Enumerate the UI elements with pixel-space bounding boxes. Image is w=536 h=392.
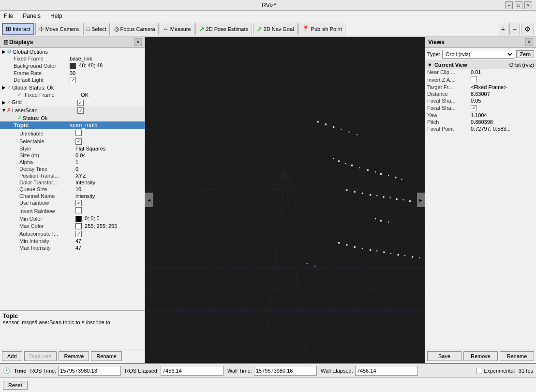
topic-value[interactable]: scan_multi bbox=[70, 122, 145, 129]
grid-enable-checkbox[interactable] bbox=[77, 100, 84, 106]
yaw-value[interactable]: 1.1004 bbox=[471, 112, 534, 118]
pose-label: 2D Pose Estimate bbox=[206, 26, 249, 32]
selectable-value[interactable] bbox=[75, 138, 145, 145]
svg-rect-51 bbox=[383, 196, 384, 197]
zero-btn[interactable]: Zero bbox=[516, 50, 534, 58]
frame-rate-row: Frame Rate 30 bbox=[0, 70, 145, 76]
grid-label: Grid bbox=[12, 99, 77, 105]
fixed-frame-value[interactable]: base_link bbox=[70, 56, 145, 61]
focal-point-value[interactable]: 0.72797; 0.583... bbox=[471, 126, 534, 132]
decay-value[interactable]: 0 bbox=[75, 166, 145, 172]
remove-display-btn[interactable]: − bbox=[509, 23, 520, 35]
publish-point-btn[interactable]: 📍 Publish Point bbox=[298, 23, 345, 35]
interact-btn[interactable]: ⊞ Interact bbox=[2, 23, 34, 35]
svg-rect-37 bbox=[345, 163, 346, 164]
target-frame-value[interactable]: <Fixed Frame> bbox=[471, 84, 534, 90]
position-value[interactable]: XYZ bbox=[75, 173, 145, 179]
wall-elapsed-input[interactable] bbox=[355, 366, 418, 376]
type-select[interactable]: Orbit (rviz) bbox=[442, 50, 514, 59]
menu-file[interactable]: File bbox=[2, 12, 15, 20]
laserscan-checkbox[interactable] bbox=[77, 107, 145, 114]
selectable-checkbox[interactable] bbox=[75, 138, 82, 145]
max-color-value[interactable]: 255; 255; 255 bbox=[75, 223, 145, 230]
svg-rect-77 bbox=[307, 263, 308, 264]
measure-label: Measure bbox=[170, 26, 191, 32]
invert-rainbow-checkbox[interactable] bbox=[75, 207, 82, 213]
focal-sha1-value[interactable]: 0.05 bbox=[471, 98, 534, 104]
alpha-value[interactable]: 1 bbox=[75, 159, 145, 165]
min-color-value[interactable]: 0; 0; 0 bbox=[75, 215, 145, 222]
min-intensity-value[interactable]: 47 bbox=[75, 238, 145, 244]
rename-btn[interactable]: Rename bbox=[91, 351, 122, 361]
focus-label: Focus Camera bbox=[120, 26, 155, 32]
default-light-value[interactable] bbox=[70, 77, 145, 84]
max-intensity-value[interactable]: 47 bbox=[75, 245, 145, 251]
use-rainbow-value[interactable] bbox=[75, 200, 145, 207]
focal-sha2-checkbox[interactable] bbox=[471, 105, 477, 111]
add-btn[interactable]: Add bbox=[2, 351, 22, 361]
focal-sha2-value[interactable] bbox=[471, 105, 534, 111]
focus-camera-btn[interactable]: ◎ Focus Camera bbox=[111, 23, 159, 35]
duplicate-btn[interactable]: Duplicate bbox=[24, 351, 57, 361]
rename-view-btn[interactable]: Rename bbox=[500, 351, 534, 361]
menu-help[interactable]: Help bbox=[48, 12, 64, 20]
max-intensity-row: Max Intensity 47 bbox=[0, 244, 145, 251]
pitch-value[interactable]: 0.880398 bbox=[471, 119, 534, 125]
global-options-row[interactable]: ▶ ⚙ Global Options bbox=[0, 48, 145, 55]
invert-z-value[interactable] bbox=[471, 76, 534, 83]
grid-row[interactable]: ▶ ✓ Grid bbox=[0, 98, 145, 106]
color-transform-value[interactable]: Intensity bbox=[75, 180, 145, 185]
close-btn[interactable]: × bbox=[524, 1, 532, 9]
size-value[interactable]: 0.04 bbox=[75, 152, 145, 158]
style-value[interactable]: Flat Squares bbox=[75, 146, 145, 151]
reset-btn[interactable]: Reset bbox=[3, 381, 28, 390]
menu-panels[interactable]: Panels bbox=[21, 12, 43, 20]
remove-btn[interactable]: Remove bbox=[59, 351, 89, 361]
maximize-btn[interactable]: □ bbox=[515, 1, 522, 9]
ros-elapsed-input[interactable] bbox=[161, 366, 223, 376]
add-display-btn[interactable]: + bbox=[498, 23, 508, 35]
frame-rate-value[interactable]: 30 bbox=[70, 70, 145, 76]
autocompute-value[interactable] bbox=[75, 230, 145, 237]
default-light-checkbox[interactable] bbox=[70, 77, 76, 83]
select-btn[interactable]: □ Select bbox=[83, 23, 110, 35]
views-close-btn[interactable]: × bbox=[525, 38, 533, 46]
position-row: Position Transf... XYZ bbox=[0, 172, 145, 179]
settings-btn[interactable]: ⚙ bbox=[521, 23, 534, 35]
distance-value[interactable]: 8.63007 bbox=[471, 91, 534, 97]
grid-checkbox[interactable] bbox=[77, 99, 145, 106]
view-arrow-left[interactable]: ◄ bbox=[145, 193, 153, 207]
laserscan-row[interactable]: ▼ ✗ LaserScan bbox=[0, 106, 145, 115]
invert-z-checkbox[interactable] bbox=[471, 76, 477, 82]
displays-close-btn[interactable]: × bbox=[134, 38, 142, 46]
laserscan-status-row[interactable]: ✓ Status: Ok bbox=[0, 114, 145, 121]
autocompute-checkbox[interactable] bbox=[75, 231, 82, 237]
near-clip-value[interactable]: 0.01 bbox=[471, 69, 534, 75]
experimental-checkbox[interactable] bbox=[476, 368, 482, 374]
unreliable-value[interactable] bbox=[75, 130, 145, 137]
main-area: 🖥 Displays × ▶ ⚙ Global Options Fixed Fr… bbox=[0, 37, 536, 363]
bg-color-value[interactable]: 48; 48; 48 bbox=[70, 62, 145, 69]
topic-row[interactable]: Topic scan_multi bbox=[0, 121, 145, 129]
nav-goal-btn[interactable]: ↗ 2D Nav Goal bbox=[253, 23, 298, 35]
wall-time-input[interactable] bbox=[254, 366, 317, 376]
ros-time-input[interactable] bbox=[58, 366, 121, 376]
global-status-row[interactable]: ▶ ✓ Global Status: Ok bbox=[0, 84, 145, 91]
minimize-btn[interactable]: − bbox=[505, 1, 513, 9]
3d-view[interactable]: ◄ ► bbox=[145, 37, 425, 363]
experimental-label: Experimental bbox=[484, 368, 515, 374]
invert-rainbow-value[interactable] bbox=[75, 207, 145, 214]
use-rainbow-checkbox[interactable] bbox=[75, 200, 82, 206]
move-camera-btn[interactable]: ⊹ Move Camera bbox=[35, 23, 82, 35]
pose-estimate-btn[interactable]: ↗ 2D Pose Estimate bbox=[195, 23, 252, 35]
min-color-swatch bbox=[75, 216, 82, 222]
queue-value[interactable]: 10 bbox=[75, 186, 145, 192]
measure-btn[interactable]: ↔ Measure bbox=[160, 23, 194, 35]
remove-view-btn[interactable]: Remove bbox=[463, 351, 498, 361]
channel-value[interactable]: intensity bbox=[75, 193, 145, 199]
unreliable-checkbox[interactable] bbox=[75, 130, 82, 136]
save-view-btn[interactable]: Save bbox=[427, 351, 462, 361]
svg-rect-47 bbox=[354, 191, 355, 193]
view-arrow-right[interactable]: ► bbox=[417, 193, 425, 207]
laserscan-enable-checkbox[interactable] bbox=[77, 107, 84, 114]
